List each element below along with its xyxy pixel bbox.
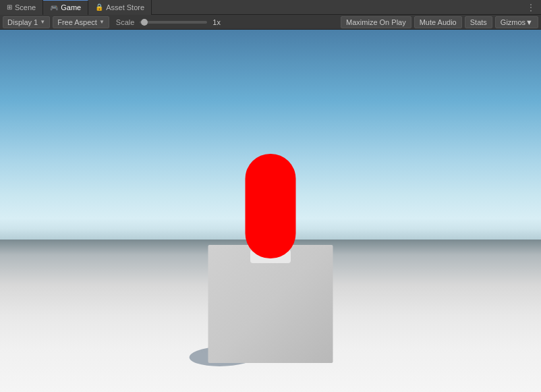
- aspect-label: Free Aspect: [57, 18, 97, 26]
- gizmos-label: Gizmos: [501, 18, 525, 26]
- maximize-on-play-button[interactable]: Maximize On Play: [341, 16, 411, 28]
- scene-icon: ⊞: [7, 3, 12, 11]
- mute-audio-button[interactable]: Mute Audio: [414, 16, 462, 28]
- game-viewport: [0, 30, 541, 392]
- game-icon: 🎮: [50, 4, 58, 11]
- more-icon: ⋮: [526, 2, 536, 13]
- mute-label: Mute Audio: [420, 18, 457, 26]
- stats-button[interactable]: Stats: [465, 16, 492, 28]
- display-label: Display 1: [7, 18, 38, 26]
- red-capsule: [246, 154, 296, 258]
- stats-label: Stats: [470, 18, 487, 26]
- maximize-label: Maximize On Play: [346, 18, 406, 26]
- asset-store-icon: 🔒: [95, 3, 103, 11]
- game-toolbar: Display 1 ▼ Free Aspect ▼ Scale 1x Maxim…: [0, 15, 541, 30]
- gizmos-dropdown[interactable]: Gizmos ▼: [495, 16, 538, 28]
- tab-game[interactable]: 🎮 Game: [43, 0, 88, 15]
- gizmos-arrow-icon: ▼: [525, 18, 533, 26]
- display-dropdown[interactable]: Display 1 ▼: [3, 16, 50, 28]
- tab-more-button[interactable]: ⋮: [521, 2, 541, 13]
- tab-scene-label: Scene: [15, 3, 36, 11]
- scale-value: 1x: [212, 18, 221, 26]
- aspect-arrow-icon: ▼: [99, 19, 105, 25]
- tab-scene[interactable]: ⊞ Scene: [0, 0, 43, 15]
- tab-game-label: Game: [61, 3, 81, 11]
- tab-asset-store-label: Asset Store: [106, 3, 144, 11]
- aspect-dropdown[interactable]: Free Aspect ▼: [53, 16, 109, 28]
- tab-asset-store[interactable]: 🔒 Asset Store: [88, 0, 152, 15]
- display-arrow-icon: ▼: [40, 19, 45, 25]
- scale-label: Scale: [116, 18, 135, 26]
- scale-slider-thumb: [141, 19, 148, 26]
- scale-slider[interactable]: [140, 21, 207, 24]
- tab-bar: ⊞ Scene 🎮 Game 🔒 Asset Store ⋮: [0, 0, 541, 15]
